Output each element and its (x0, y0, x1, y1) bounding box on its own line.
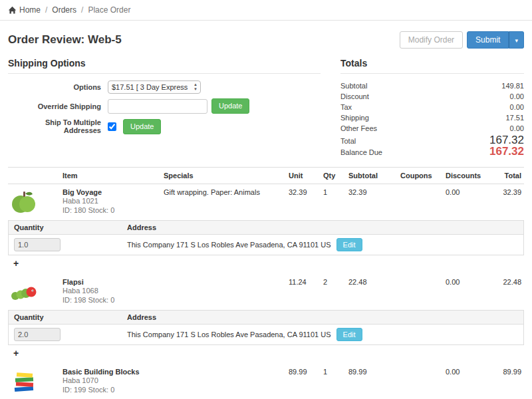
item-qty: 2 (321, 274, 346, 290)
item-block: Flapsi Haba 1068 ID: 198 Stock: 0 11.24 … (8, 274, 524, 364)
add-address-row: + (8, 345, 524, 364)
totals-row-other-fees: Other Fees 0.00 (340, 123, 524, 134)
item-specials: Gift wrapping. Paper: Animals (161, 184, 286, 200)
item-subtotal: 89.99 (346, 364, 398, 380)
caterpillar-toy-image (11, 278, 37, 305)
header-specials: Specials (161, 168, 286, 184)
product-image-cell (8, 364, 60, 398)
header-total: Total (495, 168, 524, 184)
product-image-cell (8, 184, 60, 219)
page-title: Order Review: Web-5 (8, 33, 122, 47)
caret-down-icon: ▾ (515, 37, 518, 44)
item-discounts: 0.00 (443, 364, 495, 380)
totals-label: Shipping (340, 112, 369, 123)
item-info-cell: Big Voyage Haba 1021 ID: 180 Stock: 0 (60, 184, 161, 219)
edit-address-button[interactable]: Edit (336, 238, 362, 251)
submit-split-button: Submit ▾ (467, 31, 524, 49)
totals-value: 0.00 (510, 123, 524, 134)
item-block: Basic Building Blocks Haba 1070 ID: 199 … (8, 364, 524, 399)
apple-toy-image (11, 188, 37, 215)
address-subtable: Quantity Address This Company 171 S Los … (8, 310, 524, 345)
breadcrumb-home[interactable]: Home (8, 5, 41, 15)
subheader-address: Address (122, 221, 523, 234)
item-subtotal: 22.48 (346, 274, 398, 290)
totals-row-balance-due: Balance Due 167.32 (340, 146, 524, 158)
page-header: Order Review: Web-5 Modify Order Submit … (8, 31, 524, 49)
subheader-quantity: Quantity (9, 311, 122, 324)
subheader-address: Address (122, 311, 523, 324)
override-shipping-row: Override Shipping Update (8, 98, 321, 114)
totals-label: Other Fees (340, 123, 377, 134)
item-total: 22.48 (495, 274, 524, 290)
item-unit: 11.24 (286, 274, 321, 290)
item-specials (161, 364, 286, 372)
add-address-button[interactable]: + (11, 348, 21, 358)
item-qty: 1 (321, 364, 346, 380)
item-total: 32.39 (495, 184, 524, 200)
stacked-blocks-image (11, 368, 37, 394)
subheader-quantity: Quantity (9, 221, 122, 234)
subtable-row: This Company 171 S Los Robles Ave Pasade… (9, 325, 523, 344)
subtable-header: Quantity Address (9, 221, 523, 235)
item-name: Big Voyage (63, 188, 158, 196)
item-info-cell: Flapsi Haba 1068 ID: 198 Stock: 0 (60, 274, 161, 309)
item-qty: 1 (321, 184, 346, 200)
item-discounts: 0.00 (443, 184, 495, 200)
multi-address-checkbox[interactable] (108, 122, 116, 131)
breadcrumb: Home / Orders / Place Order (0, 0, 532, 21)
override-shipping-input[interactable] (108, 99, 207, 114)
header-image-col (8, 168, 60, 176)
totals-value: 0.00 (510, 91, 524, 102)
breadcrumb-orders[interactable]: Orders (52, 5, 76, 15)
options-label: Options (8, 83, 108, 91)
totals-label: Discount (340, 91, 369, 102)
override-shipping-label: Override Shipping (8, 102, 108, 110)
header-coupons: Coupons (398, 168, 443, 184)
header-subtotal: Subtotal (346, 168, 398, 184)
totals-section: Totals Subtotal 149.81 Discount 0.00 Tax… (340, 58, 524, 158)
submit-dropdown-button[interactable]: ▾ (509, 31, 524, 49)
totals-heading: Totals (340, 58, 524, 74)
items-table-header: Item Specials Unit Qty Subtotal Coupons … (8, 167, 524, 184)
breadcrumb-separator: / (45, 5, 47, 15)
totals-value: 149.81 (501, 80, 524, 91)
header-unit: Unit (286, 168, 321, 184)
item-brand: Haba 1070 (63, 376, 158, 385)
shipping-options-section: Shipping Options Options $17.51 [ 3 Day … (8, 58, 321, 158)
totals-row-tax: Tax 0.00 (340, 102, 524, 112)
item-meta: ID: 198 Stock: 0 (63, 295, 158, 305)
submit-button[interactable]: Submit (467, 31, 509, 49)
totals-label: Tax (340, 102, 352, 112)
override-update-button[interactable]: Update (211, 98, 249, 114)
item-brand: Haba 1068 (63, 286, 158, 295)
totals-value: 17.51 (505, 112, 524, 123)
header-discounts: Discounts (443, 168, 495, 184)
multi-address-row: Ship To Multiple Addresses Update (8, 118, 321, 134)
modify-order-button[interactable]: Modify Order (400, 31, 463, 49)
shipping-method-select[interactable]: $17.51 [ 3 Day Express (108, 80, 201, 94)
add-address-button[interactable]: + (11, 258, 21, 269)
quantity-input[interactable] (14, 238, 61, 251)
address-text: This Company 171 S Los Robles Ave Pasade… (127, 241, 331, 249)
subtable-row: This Company 171 S Los Robles Ave Pasade… (9, 235, 523, 255)
item-block: Big Voyage Haba 1021 ID: 180 Stock: 0 Gi… (8, 184, 524, 274)
item-discounts: 0.00 (443, 274, 495, 290)
item-meta: ID: 199 Stock: 0 (63, 385, 158, 394)
item-unit: 32.39 (286, 184, 321, 200)
subtable-header: Quantity Address (9, 311, 523, 325)
breadcrumb-separator: / (81, 5, 83, 15)
multi-address-update-button[interactable]: Update (123, 119, 161, 134)
address-subtable: Quantity Address This Company 171 S Los … (8, 220, 524, 255)
edit-address-button[interactable]: Edit (336, 328, 362, 341)
product-image-cell (8, 274, 60, 309)
item-name: Flapsi (63, 278, 158, 286)
totals-row-shipping: Shipping 17.51 (340, 112, 524, 123)
totals-row-discount: Discount 0.00 (340, 91, 524, 102)
item-unit: 89.99 (286, 364, 321, 380)
balance-due-value: 167.32 (489, 146, 524, 157)
header-actions: Modify Order Submit ▾ (400, 31, 524, 49)
quantity-input[interactable] (14, 328, 61, 341)
total-value: 167.32 (489, 135, 524, 146)
table-row: Basic Building Blocks Haba 1070 ID: 199 … (8, 364, 524, 398)
total-label: Total (340, 136, 356, 146)
